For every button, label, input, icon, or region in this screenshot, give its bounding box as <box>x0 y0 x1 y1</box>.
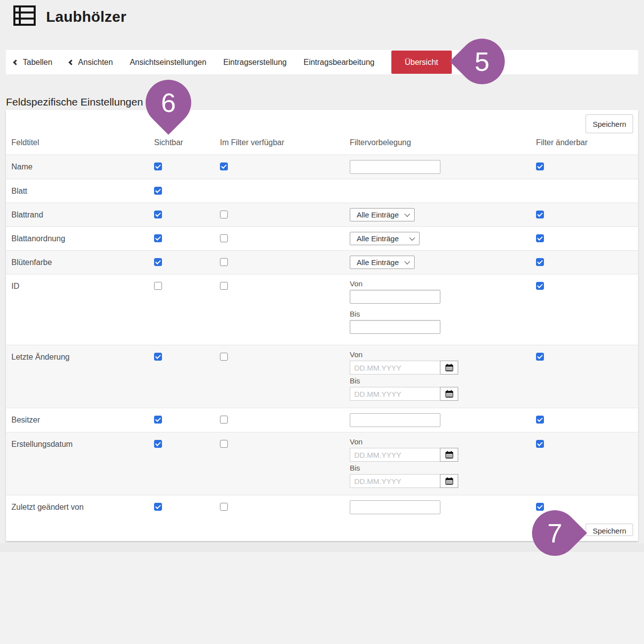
row-label: Besitzer <box>11 416 154 427</box>
table-row-erstellungsdatum: Erstellungsdatum Von <box>6 432 638 495</box>
chevron-down-icon <box>404 259 410 264</box>
filter-default-input[interactable] <box>350 413 440 427</box>
sichtbar-checkbox[interactable] <box>154 258 162 266</box>
date-from-input[interactable] <box>350 448 440 462</box>
section-heading: Feldspezifische Einstellungen <box>6 96 143 108</box>
annotation-pin-5: 5 <box>450 29 514 94</box>
table-row-blatt: Blatt <box>6 179 638 203</box>
sichtbar-checkbox[interactable] <box>154 416 162 424</box>
save-button-bottom[interactable]: Speichern <box>586 524 633 536</box>
filter-default-input[interactable] <box>350 160 440 174</box>
sichtbar-checkbox[interactable] <box>154 234 162 242</box>
calendar-icon <box>445 477 453 485</box>
table-row-id: ID Von Bis <box>6 274 638 345</box>
navbar: Tabellen Ansichten Ansichtseinstellungen… <box>6 50 638 74</box>
row-label: Erstellungsdatum <box>11 440 154 490</box>
column-header-filtervorbelegung: Filtervorbelegung <box>350 138 536 147</box>
sichtbar-checkbox[interactable] <box>154 503 162 511</box>
filter-aenderbar-checkbox[interactable] <box>536 211 544 218</box>
nav-item-ansichtseinstellungen[interactable]: Ansichtseinstellungen <box>130 58 207 67</box>
im-filter-checkbox[interactable] <box>220 282 228 290</box>
filter-aenderbar-checkbox[interactable] <box>536 234 544 242</box>
row-label: Blattrand <box>11 211 154 221</box>
calendar-icon <box>445 390 453 398</box>
im-filter-checkbox[interactable] <box>220 503 228 511</box>
column-header-im-filter: Im Filter verfügbar <box>220 138 350 147</box>
calendar-button[interactable] <box>440 361 458 375</box>
settings-panel: Speichern Feldtitel Sichtbar Im Filter v… <box>6 110 638 541</box>
sichtbar-checkbox[interactable] <box>154 162 162 170</box>
table-row-besitzer: Besitzer <box>6 408 638 432</box>
column-header-feldtitel: Feldtitel <box>11 138 154 147</box>
page-title: Laubhölzer <box>46 8 126 25</box>
filter-aenderbar-checkbox[interactable] <box>536 258 544 266</box>
filter-aenderbar-checkbox[interactable] <box>536 416 544 424</box>
filter-to-input[interactable] <box>350 320 440 334</box>
im-filter-checkbox[interactable] <box>220 416 228 424</box>
sichtbar-checkbox[interactable] <box>154 187 162 195</box>
filter-from-input[interactable] <box>350 290 440 304</box>
filter-aenderbar-checkbox[interactable] <box>536 162 544 170</box>
filter-default-select[interactable]: Alle Einträge <box>350 256 415 269</box>
row-label: Blattanordnung <box>11 234 154 245</box>
range-to-label: Bis <box>350 310 536 318</box>
calendar-button[interactable] <box>440 448 458 462</box>
table-row-name: Name <box>6 155 638 179</box>
filter-aenderbar-checkbox[interactable] <box>536 282 544 290</box>
background-band-lower <box>0 552 644 644</box>
row-label: Letzte Änderung <box>11 353 154 403</box>
range-from-label: Von <box>350 350 536 359</box>
chevron-down-icon <box>409 235 415 240</box>
chevron-left-icon <box>68 59 74 65</box>
table-row-letzte-aenderung: Letzte Änderung Von <box>6 345 638 408</box>
nav-item-uebersicht-active[interactable]: Übersicht <box>391 51 452 74</box>
im-filter-checkbox[interactable] <box>220 353 228 361</box>
calendar-button[interactable] <box>440 474 458 488</box>
row-label: ID <box>11 282 154 340</box>
filter-aenderbar-checkbox[interactable] <box>536 503 544 511</box>
row-label: Blütenfarbe <box>11 258 154 269</box>
range-to-label: Bis <box>350 376 536 385</box>
table-row-bluetenfarbe: Blütenfarbe Alle Einträge <box>6 250 638 274</box>
filter-default-select[interactable]: Alle Einträge <box>350 208 415 221</box>
date-to-input[interactable] <box>350 474 440 488</box>
date-to-input[interactable] <box>350 387 440 401</box>
filter-default-input[interactable] <box>350 500 440 514</box>
calendar-icon <box>445 451 453 459</box>
save-button-top[interactable]: Speichern <box>586 114 633 133</box>
range-from-label: Von <box>350 437 536 446</box>
table-icon <box>13 5 36 28</box>
im-filter-checkbox[interactable] <box>220 211 228 218</box>
im-filter-checkbox[interactable] <box>220 258 228 266</box>
im-filter-checkbox[interactable] <box>220 162 228 170</box>
nav-item-ansichten[interactable]: Ansichten <box>69 58 113 67</box>
filter-default-select[interactable]: Alle Einträge <box>350 232 420 245</box>
im-filter-checkbox[interactable] <box>220 234 228 242</box>
nav-item-eintragserstellung[interactable]: Eintragserstellung <box>223 58 287 67</box>
im-filter-checkbox[interactable] <box>220 440 228 448</box>
row-label: Name <box>11 162 154 174</box>
sichtbar-checkbox[interactable] <box>154 440 162 448</box>
column-header-filter-aenderbar: Filter änderbar <box>536 138 638 147</box>
column-header-sichtbar: Sichtbar <box>154 138 220 147</box>
sichtbar-checkbox[interactable] <box>154 282 162 290</box>
row-label: Blatt <box>11 187 154 198</box>
sichtbar-checkbox[interactable] <box>154 211 162 218</box>
app-header: Laubhölzer <box>13 5 126 28</box>
calendar-button[interactable] <box>440 387 458 401</box>
filter-aenderbar-checkbox[interactable] <box>536 353 544 361</box>
nav-item-tabellen[interactable]: Tabellen <box>14 58 53 67</box>
date-from-input[interactable] <box>350 361 440 375</box>
chevron-down-icon <box>404 211 410 216</box>
row-label: Zuletzt geändert von <box>11 503 154 514</box>
range-from-label: Von <box>350 279 536 288</box>
chevron-left-icon <box>13 59 18 65</box>
table-row-blattanordnung: Blattanordnung Alle Einträge <box>6 226 638 250</box>
table-row-blattrand: Blattrand Alle Einträge <box>6 203 638 226</box>
filter-aenderbar-checkbox[interactable] <box>536 440 544 448</box>
sichtbar-checkbox[interactable] <box>154 353 162 361</box>
nav-item-eintragsbearbeitung[interactable]: Eintragsbearbeitung <box>304 58 375 67</box>
range-to-label: Bis <box>350 464 536 472</box>
calendar-icon <box>445 364 453 372</box>
column-header-row: Feldtitel Sichtbar Im Filter verfügbar F… <box>6 133 638 155</box>
